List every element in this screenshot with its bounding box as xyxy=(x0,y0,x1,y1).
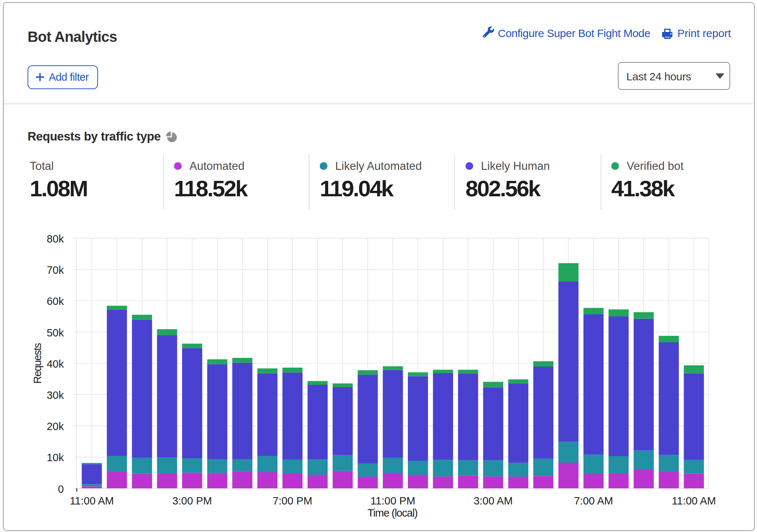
svg-text:3:00 PM: 3:00 PM xyxy=(172,495,212,507)
svg-text:11:00 PM: 11:00 PM xyxy=(370,495,415,507)
svg-text:3:00 AM: 3:00 AM xyxy=(474,495,512,507)
svg-text:40k: 40k xyxy=(47,358,64,370)
svg-text:60k: 60k xyxy=(47,295,64,307)
svg-text:11:00 AM: 11:00 AM xyxy=(70,495,114,507)
svg-text:Requests: Requests xyxy=(32,343,43,384)
svg-text:Time (local): Time (local) xyxy=(367,507,417,519)
svg-text:7:00 PM: 7:00 PM xyxy=(273,495,312,507)
svg-text:10k: 10k xyxy=(47,452,64,463)
svg-text:11:00 AM: 11:00 AM xyxy=(672,495,716,507)
svg-text:70k: 70k xyxy=(47,264,64,276)
svg-text:0: 0 xyxy=(58,483,64,495)
svg-text:80k: 80k xyxy=(47,233,64,245)
svg-text:20k: 20k xyxy=(47,420,64,432)
svg-text:50k: 50k xyxy=(47,327,64,339)
svg-text:7:00 AM: 7:00 AM xyxy=(574,495,613,507)
svg-text:30k: 30k xyxy=(47,389,64,401)
